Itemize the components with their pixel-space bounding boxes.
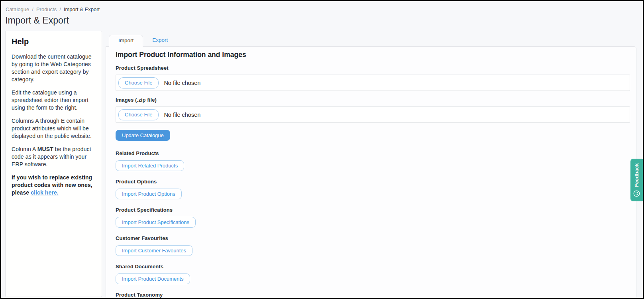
file-status-text: No file chosen xyxy=(164,80,200,86)
file-status-text: No file chosen xyxy=(164,112,200,118)
import-related-products-button[interactable]: Import Related Products xyxy=(116,160,184,171)
help-paragraph-1: Download the current catalogue by going … xyxy=(12,53,96,83)
help-paragraph-2: Edit the catalogue using a spreadsheet e… xyxy=(12,89,96,112)
breadcrumb-products[interactable]: Products xyxy=(36,6,57,12)
product-options-section: Product Options Import Product Options xyxy=(116,179,630,199)
import-product-documents-button[interactable]: Import Product Documents xyxy=(116,273,190,284)
panel-heading: Import Product Information and Images xyxy=(116,51,630,59)
breadcrumb-current: Import & Export xyxy=(64,6,100,12)
breadcrumb-catalogue[interactable]: Catalogue xyxy=(6,6,29,12)
import-product-specifications-button[interactable]: Import Product Specifications xyxy=(116,217,196,228)
images-zip-label: Images (.zip file) xyxy=(116,97,630,103)
tab-import[interactable]: Import xyxy=(109,35,143,47)
help-paragraph-4-bold: MUST xyxy=(37,146,53,152)
main-content: Import Export Import Product Information… xyxy=(106,35,636,297)
feedback-label: Feedback xyxy=(634,163,640,187)
product-specifications-section: Product Specifications Import Product Sp… xyxy=(116,207,630,228)
help-title: Help xyxy=(12,37,96,46)
help-panel: Help Download the current catalogue by g… xyxy=(5,31,102,297)
help-paragraph-5: If you wish to replace existing product … xyxy=(12,174,96,197)
images-zip-file-input: Choose File No file chosen xyxy=(116,106,630,123)
smiley-icon xyxy=(633,190,640,197)
help-divider xyxy=(12,204,95,204)
breadcrumb-separator: / xyxy=(32,6,33,12)
click-here-link[interactable]: click here. xyxy=(31,189,59,196)
import-product-options-button[interactable]: Import Product Options xyxy=(116,189,182,199)
help-paragraph-4-text: Column A xyxy=(12,146,37,152)
product-spreadsheet-label: Product Spreadsheet xyxy=(116,65,630,71)
product-taxonomy-label: Product Taxonomy xyxy=(116,292,630,298)
related-products-section: Related Products Import Related Products xyxy=(116,150,630,171)
tab-export[interactable]: Export xyxy=(143,35,177,46)
screen: Catalogue / Products / Import & Export I… xyxy=(0,0,644,299)
product-specifications-label: Product Specifications xyxy=(116,207,630,213)
choose-file-button[interactable]: Choose File xyxy=(118,77,159,89)
help-paragraph-3: Columns A through E contain product attr… xyxy=(12,117,96,140)
update-catalogue-button[interactable]: Update Catalogue xyxy=(116,130,170,141)
tab-bar: Import Export xyxy=(109,35,636,46)
breadcrumb: Catalogue / Products / Import & Export xyxy=(6,6,100,12)
import-panel: Import Product Information and Images Pr… xyxy=(106,46,636,299)
page-title: Import & Export xyxy=(5,15,69,26)
customer-favourites-section: Customer Favourites Import Customer Favo… xyxy=(116,235,630,256)
shared-documents-label: Shared Documents xyxy=(116,264,630,269)
customer-favourites-label: Customer Favourites xyxy=(116,235,630,241)
breadcrumb-separator: / xyxy=(59,6,61,12)
related-products-label: Related Products xyxy=(116,150,630,156)
feedback-tab[interactable]: Feedback xyxy=(630,159,643,201)
product-spreadsheet-file-input: Choose File No file chosen xyxy=(116,75,630,91)
import-customer-favourites-button[interactable]: Import Customer Favourites xyxy=(116,245,192,256)
shared-documents-section: Shared Documents Import Product Document… xyxy=(116,264,630,284)
choose-file-button[interactable]: Choose File xyxy=(118,109,159,120)
product-options-label: Product Options xyxy=(116,179,630,185)
product-taxonomy-section: Product Taxonomy Import Product Taxonomy xyxy=(116,292,630,299)
help-paragraph-4: Column A MUST be the product code as it … xyxy=(12,146,96,168)
